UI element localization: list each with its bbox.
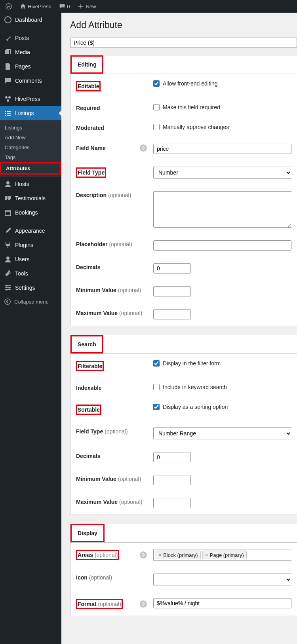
- svg-point-8: [8, 287, 10, 289]
- menu-label: Testimonials: [15, 195, 46, 201]
- collapse-menu[interactable]: Collapse menu: [0, 295, 61, 308]
- moderated-chk-label: Manually approve changes: [163, 124, 229, 130]
- panel-editing: Editing Editable Allow front-end editing…: [70, 55, 297, 326]
- menu-label: Media: [15, 49, 30, 55]
- menu-comments[interactable]: Comments: [0, 74, 61, 88]
- filterable-checkbox[interactable]: [153, 360, 160, 367]
- comments-link[interactable]: 0: [57, 3, 72, 9]
- plug-icon: [4, 241, 12, 249]
- submenu-tags[interactable]: Tags: [0, 152, 61, 162]
- search-max-label: Maximum Value: [76, 499, 118, 505]
- svg-point-10: [5, 299, 10, 304]
- remove-tag-icon[interactable]: ×: [205, 552, 208, 558]
- menu-label: Dashboard: [15, 17, 42, 23]
- panel-title-display: Display: [72, 526, 103, 540]
- search-fieldtype-select[interactable]: Number Range: [153, 427, 291, 439]
- filterable-label: Filterable: [78, 363, 102, 369]
- menu-bookings[interactable]: Bookings: [0, 205, 61, 220]
- indexable-checkbox[interactable]: [153, 384, 160, 390]
- sortable-chk-label: Display as a sorting option: [163, 404, 228, 410]
- menu-hosts[interactable]: Hosts: [0, 177, 61, 191]
- calendar-icon: [4, 209, 12, 217]
- menu-appearance[interactable]: Appearance: [0, 224, 61, 238]
- submenu-attributes[interactable]: Attributes: [1, 163, 60, 173]
- submenu-listings-all[interactable]: Listings: [0, 123, 61, 133]
- description-input[interactable]: [153, 191, 291, 228]
- menu-label: Listings: [15, 110, 34, 116]
- new-content-link[interactable]: New: [75, 3, 98, 9]
- menu-label: Appearance: [15, 228, 45, 234]
- required-checkbox[interactable]: [153, 104, 160, 110]
- home-icon: [20, 3, 26, 9]
- plus-icon: [78, 3, 84, 9]
- search-decimals-input[interactable]: [153, 452, 191, 462]
- menu-media[interactable]: Media: [0, 45, 61, 59]
- svg-point-2: [5, 96, 8, 99]
- admin-toolbar: HivePress 0 New: [0, 0, 297, 13]
- area-tag[interactable]: ×Page (primary): [202, 551, 247, 559]
- collapse-label: Collapse menu: [14, 299, 49, 305]
- menu-pages[interactable]: Pages: [0, 59, 61, 74]
- brush-icon: [4, 227, 12, 235]
- remove-tag-icon[interactable]: ×: [158, 552, 162, 558]
- optional-label: (optional): [108, 192, 131, 198]
- required-chk-label: Make this field required: [163, 104, 220, 110]
- attribute-title-input[interactable]: [70, 38, 297, 48]
- search-min-label: Minimum Value: [76, 476, 116, 482]
- search-fieldtype-label: Field Type: [76, 428, 103, 435]
- page-title: Add Attribute: [70, 20, 297, 30]
- menu-tools[interactable]: Tools: [0, 266, 61, 281]
- menu-settings[interactable]: Settings: [0, 281, 61, 295]
- areas-tag-input[interactable]: ×Block (primary) ×Page (primary): [153, 549, 291, 561]
- menu-listings[interactable]: Listings: [0, 106, 61, 120]
- format-input[interactable]: [153, 598, 291, 608]
- moderated-checkbox[interactable]: [153, 124, 160, 130]
- menu-testimonials[interactable]: Testimonials: [0, 191, 61, 205]
- help-icon[interactable]: ?: [140, 551, 147, 559]
- area-tag[interactable]: ×Block (primary): [156, 551, 201, 559]
- comment-count: 0: [67, 4, 70, 9]
- fieldtype-select[interactable]: Number: [153, 167, 291, 179]
- admin-sidebar: Dashboard Posts Media Pages Comments Hiv…: [0, 13, 61, 644]
- tag-label: Block (primary): [163, 552, 198, 558]
- search-max-input[interactable]: [153, 498, 191, 508]
- menu-hivepress[interactable]: HivePress: [0, 92, 61, 106]
- optional-label: (optional): [98, 601, 121, 607]
- decimals-label: Decimals: [76, 263, 153, 270]
- editable-label: Editable: [78, 83, 99, 89]
- menu-dashboard[interactable]: Dashboard: [0, 13, 61, 27]
- fieldname-input[interactable]: [153, 144, 291, 154]
- submenu-add-new[interactable]: Add New: [0, 133, 61, 142]
- menu-label: Hosts: [15, 181, 29, 187]
- help-icon[interactable]: ?: [140, 600, 147, 608]
- menu-posts[interactable]: Posts: [0, 31, 61, 45]
- dashboard-icon: [4, 16, 12, 24]
- indexable-label: Indexable: [76, 384, 153, 391]
- min-input[interactable]: [153, 286, 191, 296]
- max-input[interactable]: [153, 309, 191, 319]
- comment-icon: [59, 3, 65, 9]
- menu-label: Plugins: [15, 242, 33, 248]
- submenu-categories[interactable]: Categories: [0, 142, 61, 152]
- format-label: Format: [78, 601, 96, 607]
- wp-logo[interactable]: [3, 3, 14, 9]
- panel-title-editing: Editing: [72, 57, 102, 72]
- menu-plugins[interactable]: Plugins: [0, 238, 61, 252]
- placeholder-input[interactable]: [153, 240, 291, 251]
- help-icon[interactable]: ?: [140, 144, 147, 152]
- site-home-link[interactable]: HivePress: [17, 3, 53, 9]
- svg-point-3: [8, 96, 11, 99]
- menu-users[interactable]: Users: [0, 252, 61, 266]
- decimals-input[interactable]: [153, 263, 191, 274]
- icon-select[interactable]: —: [153, 574, 291, 585]
- wrench-icon: [4, 270, 12, 277]
- sortable-label: Sortable: [78, 407, 100, 413]
- optional-label: (optional): [105, 428, 128, 435]
- sortable-checkbox[interactable]: [153, 404, 160, 410]
- editable-checkbox[interactable]: [153, 80, 160, 87]
- optional-label: (optional): [109, 241, 132, 247]
- menu-label: Users: [15, 256, 30, 262]
- list-icon: [4, 109, 12, 117]
- search-min-input[interactable]: [153, 475, 191, 485]
- fieldname-label: Field Name: [76, 145, 106, 151]
